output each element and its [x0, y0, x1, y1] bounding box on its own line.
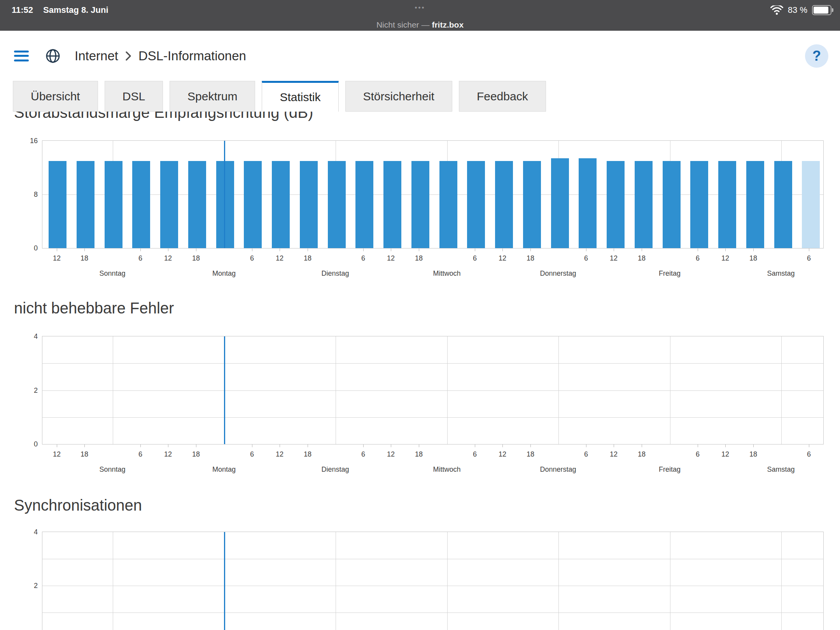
plot-synchronisations: [42, 532, 824, 630]
safari-pages-dots[interactable]: •••: [415, 4, 425, 12]
gridline-day-boundary: [670, 336, 670, 444]
chart-area-uncorrectable-errors: 420 12186121861218612186121861218612186 …: [0, 336, 840, 474]
y-axis-tick-label: 4: [34, 332, 38, 341]
x-axis-day-label: Freitag: [659, 466, 681, 474]
battery-icon: [812, 5, 831, 15]
x-axis-tickmark: [502, 248, 503, 251]
x-axis-tickmark: [308, 444, 308, 447]
x-axis-tickmark: [84, 248, 85, 251]
clock: 11:52: [12, 5, 33, 15]
x-axis-hour-label: 18: [304, 254, 312, 262]
bar: [383, 161, 401, 248]
bar: [355, 161, 373, 248]
x-axis-hour-label: 18: [638, 254, 646, 262]
chart-section-synchronisations: Synchronisationen 42 1218612186121861218…: [0, 496, 840, 630]
x-axis-hour-label: 12: [499, 254, 506, 262]
x-axis-hour-label: 12: [610, 254, 618, 262]
plot-uncorrectable-errors: [42, 336, 824, 444]
x-axis-tickmark: [363, 444, 364, 447]
x-axis-hour-label: 18: [80, 254, 88, 262]
gridline-day-boundary: [781, 336, 782, 444]
globe-icon: [44, 47, 61, 65]
url-security-bar[interactable]: Nicht sicher — fritz.box: [0, 19, 840, 31]
gridline-day-boundary: [336, 532, 336, 630]
x-axis-hour-label: 18: [749, 450, 757, 458]
tab-dsl[interactable]: DSL: [105, 81, 163, 112]
gridline-day-boundary: [670, 532, 670, 630]
chart-section-snr-margin: Störabstandsmarge Empfangsrichtung (dB) …: [0, 103, 840, 278]
sync-event-line: [224, 336, 225, 444]
menu-icon[interactable]: [14, 51, 29, 61]
bar: [467, 161, 485, 248]
security-warning-label: Nicht sicher —: [376, 20, 430, 30]
y-axis-tick-label: 4: [34, 528, 38, 536]
x-axis-hour-label: 12: [164, 254, 172, 262]
x-axis-days-errors: SonntagMontagDienstagMittwochDonnerstagF…: [42, 466, 823, 474]
tab-statistik[interactable]: Statistik: [262, 81, 338, 112]
x-axis-hour-label: 12: [721, 254, 729, 262]
x-axis-hour-label: 18: [527, 450, 534, 458]
x-axis-tickmark: [168, 444, 168, 447]
chart-area-synchronisations: 42 12186121861218612186121861218612186 S…: [0, 532, 840, 630]
bar: [495, 161, 513, 248]
x-axis-hour-label: 6: [361, 254, 365, 262]
bar: [551, 158, 569, 248]
x-axis-tickmark: [502, 444, 503, 447]
battery-fill: [814, 7, 828, 14]
date-label: Samstag 8. Juni: [43, 5, 108, 15]
gridline-day-boundary: [781, 532, 782, 630]
tab-stoersicherheit[interactable]: Störsicherheit: [345, 81, 452, 112]
x-axis-tickmark: [391, 248, 391, 251]
x-axis-hour-label: 12: [387, 450, 395, 458]
x-axis-tickmark: [363, 248, 364, 251]
x-axis-hours-errors: 12186121861218612186121861218612186: [42, 450, 823, 459]
x-axis-day-label: Freitag: [659, 270, 681, 278]
x-axis-tickmark: [642, 248, 642, 251]
x-axis-tickmark: [586, 444, 586, 447]
gridline-horizontal: [42, 586, 823, 586]
x-axis-hour-label: 12: [276, 254, 284, 262]
x-axis-hour-label: 12: [53, 450, 61, 458]
tab-feedback[interactable]: Feedback: [459, 81, 546, 112]
gridline-horizontal: [42, 612, 823, 613]
bar: [774, 161, 792, 248]
x-axis-hour-label: 6: [250, 254, 254, 262]
bar-current-period: [802, 161, 820, 248]
x-axis-hour-label: 6: [807, 450, 811, 458]
x-axis-tickmark: [196, 248, 196, 251]
sync-event-line: [224, 532, 225, 630]
statistik-content: Störabstandsmarge Empfangsrichtung (dB) …: [0, 103, 840, 630]
x-axis-hour-label: 12: [721, 450, 729, 458]
bar: [439, 161, 457, 248]
chart-section-uncorrectable-errors: nicht behebbare Fehler 420 1218612186121…: [0, 299, 840, 474]
x-axis-tickmark: [698, 248, 698, 251]
bar: [188, 161, 206, 248]
tab-spektrum[interactable]: Spektrum: [170, 81, 255, 112]
x-axis-day-label: Donnerstag: [540, 466, 576, 474]
x-axis-tickmark: [725, 248, 726, 251]
breadcrumb-section[interactable]: Internet: [75, 49, 118, 63]
x-axis-hour-label: 6: [807, 254, 811, 262]
status-bar-right: 83 %: [770, 5, 831, 15]
x-axis-hour-label: 6: [250, 450, 254, 458]
x-axis-tickmark: [530, 444, 531, 447]
gridline-day-boundary: [113, 336, 113, 444]
gridline-horizontal: [42, 390, 823, 391]
bar: [523, 161, 541, 248]
x-axis-hour-label: 12: [164, 450, 172, 458]
x-axis-tickmark: [614, 248, 614, 251]
bar: [77, 161, 94, 248]
x-axis-tickmark: [84, 444, 85, 447]
x-axis-tickmark: [753, 444, 754, 447]
x-axis-hour-label: 18: [527, 254, 534, 262]
help-button[interactable]: ?: [805, 44, 828, 68]
status-bar: 11:52 Samstag 8. Juni ••• 83 % Nicht sic…: [0, 0, 840, 31]
x-axis-day-label: Mittwoch: [433, 270, 460, 278]
gridline-horizontal: [42, 363, 823, 364]
x-axis-tickmark: [280, 444, 280, 447]
bar: [690, 161, 708, 248]
y-axis-tick-label: 0: [34, 440, 38, 448]
chevron-right-icon: [125, 51, 131, 61]
tab-uebersicht[interactable]: Übersicht: [13, 81, 98, 112]
x-axis-hour-label: 6: [473, 450, 477, 458]
